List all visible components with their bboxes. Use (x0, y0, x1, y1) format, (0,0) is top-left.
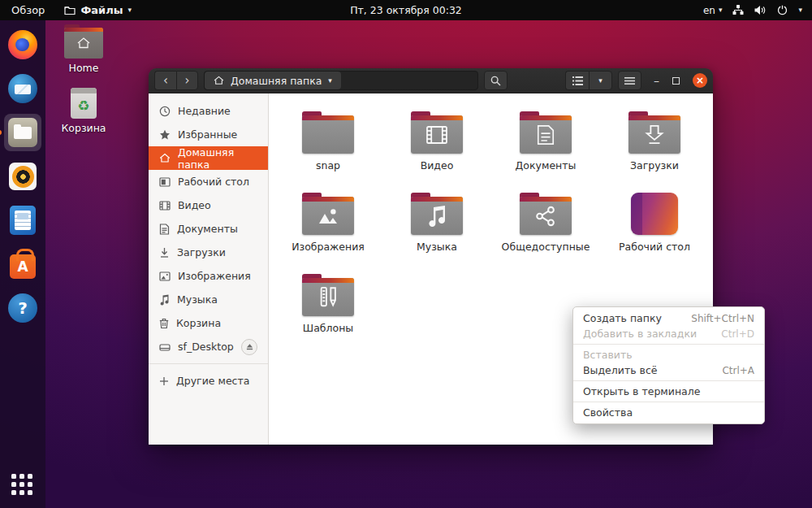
menu-separator (573, 380, 764, 381)
maximize-button[interactable] (672, 77, 680, 85)
software-a-glyph: A (17, 258, 28, 275)
help-icon: ? (8, 293, 37, 323)
sidebar-item-label: Корзина (176, 317, 221, 329)
app-menu-label: Файлы (80, 4, 123, 16)
sidebar-separator (149, 363, 268, 364)
sidebar-item-other-places[interactable]: Другие места (149, 369, 268, 393)
folder-icon (628, 111, 680, 154)
view-options-button[interactable]: ▾ (589, 71, 612, 90)
chevron-down-icon: ▾ (127, 7, 132, 14)
system-status-area[interactable]: en ▾ ▾ (703, 5, 812, 16)
eject-icon (246, 343, 253, 350)
sidebar: Недавние Избранные Домашняя папка Рабочи… (149, 93, 269, 445)
folder-downloads[interactable]: Загрузки (600, 111, 709, 193)
folder-name: Изображения (292, 241, 365, 253)
back-button[interactable]: ‹ (154, 71, 176, 90)
sidebar-item-label: Документы (177, 223, 238, 235)
desktop-icon-home[interactable]: Home (61, 24, 106, 74)
sidebar-item-home[interactable]: Домашняя папка (149, 146, 268, 170)
window-menu-button[interactable] (618, 71, 641, 90)
keyboard-layout-indicator[interactable]: en ▾ (703, 5, 723, 16)
trash-icon (159, 318, 169, 329)
sidebar-item-label: Музыка (177, 293, 218, 306)
close-icon: × (696, 76, 704, 85)
activities-button[interactable]: Обзор (0, 0, 56, 20)
sidebar-item-label: Другие места (176, 375, 249, 387)
dock-item-libreoffice-writer[interactable] (4, 202, 41, 239)
navigation-buttons: ‹ › (154, 71, 198, 90)
folder-pictures[interactable]: Изображения (274, 193, 382, 274)
sidebar-item-music[interactable]: Музыка (149, 288, 268, 311)
dock-item-thunderbird[interactable] (4, 70, 41, 107)
power-icon (777, 5, 788, 15)
network-icon (732, 5, 744, 15)
document-icon (159, 224, 170, 235)
chevron-down-icon: ▾ (598, 77, 603, 85)
dock-item-files[interactable] (4, 114, 41, 151)
sidebar-item-label: Рабочий стол (178, 176, 249, 188)
dock-item-help[interactable]: ? (4, 289, 41, 327)
menu-item-create-folder[interactable]: Создать папку Shift+Ctrl+N (573, 310, 764, 326)
home-icon (214, 76, 224, 85)
minimize-button[interactable]: – (654, 75, 659, 86)
folder-icon (302, 274, 354, 316)
top-bar: Обзор Файлы ▾ Пт, 23 октября 00:32 en ▾ (0, 0, 812, 20)
sidebar-item-videos[interactable]: Видео (149, 193, 268, 217)
sidebar-item-downloads[interactable]: Загрузки (149, 241, 268, 264)
show-applications-button[interactable] (11, 474, 34, 497)
sidebar-item-documents[interactable]: Документы (149, 217, 268, 241)
folder-templates[interactable]: Шаблоны (274, 274, 382, 355)
sidebar-item-label: Загрузки (177, 246, 226, 258)
hamburger-menu-icon (624, 77, 635, 85)
dock-item-rhythmbox[interactable] (4, 158, 41, 195)
eject-button[interactable] (241, 339, 257, 355)
files-icon (8, 118, 37, 147)
folder-icon (411, 193, 463, 235)
folder-documents[interactable]: Документы (491, 111, 600, 193)
clock-icon (159, 106, 171, 117)
folder-videos[interactable]: Видео (382, 111, 491, 193)
home-folder-icon (64, 24, 103, 59)
menu-item-select-all[interactable]: Выделить всё Ctrl+A (573, 363, 764, 378)
picture-glyph-icon (316, 206, 340, 226)
header-bar: ‹ › Домашняя папка ▾ (149, 68, 713, 93)
volume-icon (754, 5, 767, 15)
film-glyph-icon (425, 125, 449, 145)
drive-icon (159, 342, 171, 352)
list-view-button[interactable] (565, 71, 589, 90)
sidebar-item-recent[interactable]: Недавние (149, 99, 268, 123)
sidebar-item-sf-desktop[interactable]: sf_Desktop (149, 335, 268, 358)
desktop-folder-icon (631, 193, 678, 235)
sidebar-item-desktop[interactable]: Рабочий стол (149, 170, 268, 193)
sidebar-item-trash[interactable]: Корзина (149, 311, 268, 335)
menu-item-open-terminal[interactable]: Открыть в терминале (573, 384, 764, 399)
search-button[interactable] (484, 71, 508, 90)
back-icon: ‹ (163, 73, 168, 88)
download-glyph-icon (645, 124, 664, 146)
sidebar-item-label: Домашняя папка (178, 146, 257, 171)
sidebar-item-label: Избранные (178, 128, 237, 141)
menu-separator (573, 402, 764, 402)
current-location-button[interactable]: Домашняя папка ▾ (205, 72, 341, 89)
dock-item-ubuntu-software[interactable]: A (4, 245, 41, 283)
close-button[interactable]: × (693, 73, 707, 88)
app-menu-button[interactable]: Файлы ▾ (56, 0, 140, 20)
dock-item-firefox[interactable] (4, 26, 41, 63)
folder-desktop[interactable]: Рабочий стол (600, 193, 709, 274)
folder-icon (520, 193, 572, 235)
film-icon (159, 201, 171, 211)
question-glyph: ? (18, 298, 28, 318)
folder-music[interactable]: Музыка (382, 193, 491, 274)
sidebar-item-pictures[interactable]: Изображения (149, 264, 268, 288)
download-icon (159, 247, 170, 258)
path-bar[interactable]: Домашняя папка ▾ (204, 71, 478, 90)
desktop-icon-label: Корзина (61, 122, 106, 134)
sidebar-item-starred[interactable]: Избранные (149, 123, 268, 146)
forward-button[interactable]: › (176, 71, 198, 90)
desktop-icon-trash[interactable]: ♻ Корзина (61, 88, 106, 134)
folder-icon (411, 111, 463, 154)
folder-public[interactable]: Общедоступные (491, 193, 600, 274)
folder-snap[interactable]: snap (274, 111, 382, 193)
menu-item-properties[interactable]: Свойства (573, 405, 764, 420)
menu-item-paste: Вставить (573, 347, 764, 363)
